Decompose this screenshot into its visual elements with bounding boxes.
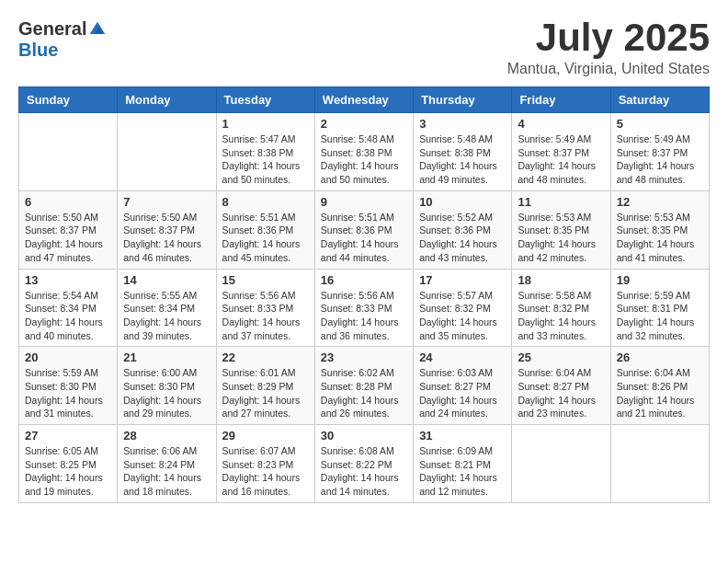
table-row: 4 Sunrise: 5:49 AMSunset: 8:37 PMDayligh… [512,113,610,191]
header-thursday: Thursday [414,87,512,113]
table-row: 10 Sunrise: 5:52 AMSunset: 8:36 PMDaylig… [414,190,512,269]
table-row: 9 Sunrise: 5:51 AMSunset: 8:36 PMDayligh… [314,190,413,269]
day-detail: Sunrise: 5:50 AMSunset: 8:37 PMDaylight:… [25,211,111,265]
day-number: 28 [123,429,210,442]
day-detail: Sunrise: 6:06 AMSunset: 8:24 PMDaylight:… [123,444,210,499]
day-number: 31 [419,429,506,442]
logo-blue-text: Blue [18,40,58,61]
day-number: 20 [25,350,111,364]
table-row: 17 Sunrise: 5:57 AMSunset: 8:32 PMDaylig… [414,269,512,347]
day-detail: Sunrise: 5:53 AMSunset: 8:35 PMDaylight:… [518,211,604,265]
day-number: 8 [222,195,309,209]
table-row: 1 Sunrise: 5:47 AMSunset: 8:38 PMDayligh… [216,113,314,191]
location: Mantua, Virginia, United States [507,61,710,77]
day-detail: Sunrise: 5:59 AMSunset: 8:31 PMDaylight:… [617,289,703,343]
day-number: 25 [518,350,604,364]
day-detail: Sunrise: 6:03 AMSunset: 8:27 PMDaylight:… [419,366,506,420]
page-header: General Blue July 2025 Mantua, Virginia,… [18,18,710,77]
day-detail: Sunrise: 5:59 AMSunset: 8:30 PMDaylight:… [25,366,111,420]
day-detail: Sunrise: 5:48 AMSunset: 8:38 PMDaylight:… [419,132,506,187]
day-detail: Sunrise: 5:53 AMSunset: 8:35 PMDaylight:… [617,211,703,265]
table-row: 6 Sunrise: 5:50 AMSunset: 8:37 PMDayligh… [19,190,118,269]
table-row: 2 Sunrise: 5:48 AMSunset: 8:38 PMDayligh… [314,113,413,191]
day-number: 4 [518,117,604,131]
day-number: 21 [123,350,210,364]
day-number: 26 [617,350,703,364]
calendar-week-row: 27 Sunrise: 6:05 AMSunset: 8:25 PMDaylig… [19,425,710,503]
day-detail: Sunrise: 5:56 AMSunset: 8:33 PMDaylight:… [321,289,407,343]
day-detail: Sunrise: 5:56 AMSunset: 8:33 PMDaylight:… [222,289,309,343]
header-friday: Friday [512,87,610,113]
table-row: 3 Sunrise: 5:48 AMSunset: 8:38 PMDayligh… [414,113,512,191]
day-detail: Sunrise: 6:08 AMSunset: 8:22 PMDaylight:… [321,444,407,499]
day-detail: Sunrise: 5:50 AMSunset: 8:37 PMDaylight:… [123,211,210,265]
day-detail: Sunrise: 6:05 AMSunset: 8:25 PMDaylight:… [25,444,111,499]
table-row: 22 Sunrise: 6:01 AMSunset: 8:29 PMDaylig… [216,347,314,425]
day-number: 14 [123,273,210,287]
header-monday: Monday [118,87,216,113]
calendar-week-row: 1 Sunrise: 5:47 AMSunset: 8:38 PMDayligh… [19,113,710,191]
table-row: 5 Sunrise: 5:49 AMSunset: 8:37 PMDayligh… [610,113,709,191]
table-row: 26 Sunrise: 6:04 AMSunset: 8:26 PMDaylig… [610,347,709,425]
day-number: 9 [321,195,407,209]
table-row: 28 Sunrise: 6:06 AMSunset: 8:24 PMDaylig… [118,425,216,503]
table-row: 16 Sunrise: 5:56 AMSunset: 8:33 PMDaylig… [314,269,413,347]
table-row: 31 Sunrise: 6:09 AMSunset: 8:21 PMDaylig… [414,425,512,503]
table-row: 13 Sunrise: 5:54 AMSunset: 8:34 PMDaylig… [19,269,118,347]
day-number: 2 [321,117,407,131]
day-number: 10 [419,195,506,209]
day-number: 16 [321,273,407,287]
day-number: 18 [518,273,604,287]
table-row: 19 Sunrise: 5:59 AMSunset: 8:31 PMDaylig… [610,269,709,347]
day-detail: Sunrise: 5:49 AMSunset: 8:37 PMDaylight:… [518,132,604,187]
logo: General Blue [18,18,107,61]
day-number: 6 [25,195,111,209]
day-number: 3 [419,117,506,131]
day-detail: Sunrise: 5:47 AMSunset: 8:38 PMDaylight:… [222,132,309,187]
day-detail: Sunrise: 6:04 AMSunset: 8:26 PMDaylight:… [617,366,703,420]
day-number: 15 [222,273,309,287]
day-number: 19 [617,273,703,287]
header-sunday: Sunday [19,87,118,113]
table-row: 20 Sunrise: 5:59 AMSunset: 8:30 PMDaylig… [19,347,118,425]
calendar-table: Sunday Monday Tuesday Wednesday Thursday… [18,86,710,503]
table-row: 29 Sunrise: 6:07 AMSunset: 8:23 PMDaylig… [216,425,314,503]
table-row: 30 Sunrise: 6:08 AMSunset: 8:22 PMDaylig… [314,425,413,503]
table-row: 18 Sunrise: 5:58 AMSunset: 8:32 PMDaylig… [512,269,610,347]
table-row: 25 Sunrise: 6:04 AMSunset: 8:27 PMDaylig… [512,347,610,425]
header-wednesday: Wednesday [314,87,413,113]
day-number: 13 [25,273,111,287]
day-detail: Sunrise: 6:09 AMSunset: 8:21 PMDaylight:… [419,444,506,499]
calendar-week-row: 20 Sunrise: 5:59 AMSunset: 8:30 PMDaylig… [19,347,710,425]
day-detail: Sunrise: 5:54 AMSunset: 8:34 PMDaylight:… [25,289,111,343]
day-detail: Sunrise: 6:01 AMSunset: 8:29 PMDaylight:… [222,366,309,420]
day-detail: Sunrise: 6:07 AMSunset: 8:23 PMDaylight:… [222,444,309,499]
table-row: 12 Sunrise: 5:53 AMSunset: 8:35 PMDaylig… [610,190,709,269]
table-row [512,425,610,503]
day-number: 22 [222,350,309,364]
day-number: 29 [222,429,309,442]
day-detail: Sunrise: 5:49 AMSunset: 8:37 PMDaylight:… [617,132,703,187]
calendar-header-row: Sunday Monday Tuesday Wednesday Thursday… [19,87,710,113]
day-detail: Sunrise: 6:00 AMSunset: 8:30 PMDaylight:… [123,366,210,420]
table-row: 14 Sunrise: 5:55 AMSunset: 8:34 PMDaylig… [118,269,216,347]
table-row: 24 Sunrise: 6:03 AMSunset: 8:27 PMDaylig… [414,347,512,425]
table-row: 21 Sunrise: 6:00 AMSunset: 8:30 PMDaylig… [118,347,216,425]
day-number: 23 [321,350,407,364]
day-number: 11 [518,195,604,209]
day-number: 30 [321,429,407,442]
day-detail: Sunrise: 5:55 AMSunset: 8:34 PMDaylight:… [123,289,210,343]
day-detail: Sunrise: 5:51 AMSunset: 8:36 PMDaylight:… [222,211,309,265]
calendar-week-row: 6 Sunrise: 5:50 AMSunset: 8:37 PMDayligh… [19,190,710,269]
day-detail: Sunrise: 5:52 AMSunset: 8:36 PMDaylight:… [419,211,506,265]
table-row: 11 Sunrise: 5:53 AMSunset: 8:35 PMDaylig… [512,190,610,269]
day-number: 17 [419,273,506,287]
table-row: 15 Sunrise: 5:56 AMSunset: 8:33 PMDaylig… [216,269,314,347]
day-detail: Sunrise: 5:51 AMSunset: 8:36 PMDaylight:… [321,211,407,265]
month-title: July 2025 [507,18,710,57]
day-number: 1 [222,117,309,131]
logo-general-text: General [18,18,86,40]
table-row: 27 Sunrise: 6:05 AMSunset: 8:25 PMDaylig… [19,425,118,503]
table-row [610,425,709,503]
table-row: 7 Sunrise: 5:50 AMSunset: 8:37 PMDayligh… [118,190,216,269]
